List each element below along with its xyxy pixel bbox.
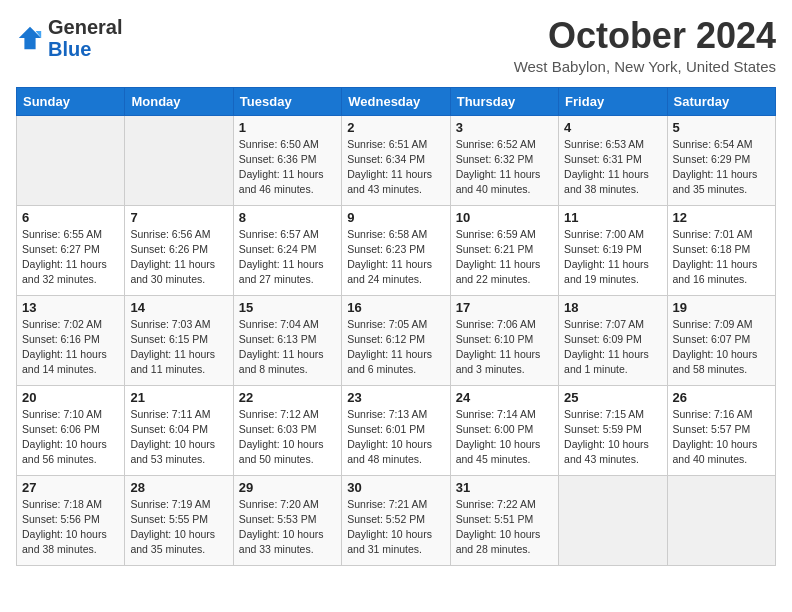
day-cell: 18Sunrise: 7:07 AM Sunset: 6:09 PM Dayli…: [559, 295, 667, 385]
day-cell: 28Sunrise: 7:19 AM Sunset: 5:55 PM Dayli…: [125, 475, 233, 565]
day-detail: Sunrise: 6:50 AM Sunset: 6:36 PM Dayligh…: [239, 137, 336, 198]
logo-blue-text: Blue: [48, 38, 91, 60]
day-cell: 14Sunrise: 7:03 AM Sunset: 6:15 PM Dayli…: [125, 295, 233, 385]
day-number: 25: [564, 390, 661, 405]
day-number: 6: [22, 210, 119, 225]
day-cell: 9Sunrise: 6:58 AM Sunset: 6:23 PM Daylig…: [342, 205, 450, 295]
day-number: 8: [239, 210, 336, 225]
day-number: 26: [673, 390, 770, 405]
day-detail: Sunrise: 7:10 AM Sunset: 6:06 PM Dayligh…: [22, 407, 119, 468]
day-detail: Sunrise: 7:04 AM Sunset: 6:13 PM Dayligh…: [239, 317, 336, 378]
day-detail: Sunrise: 6:58 AM Sunset: 6:23 PM Dayligh…: [347, 227, 444, 288]
day-cell: 23Sunrise: 7:13 AM Sunset: 6:01 PM Dayli…: [342, 385, 450, 475]
day-number: 14: [130, 300, 227, 315]
day-number: 17: [456, 300, 553, 315]
day-cell: 31Sunrise: 7:22 AM Sunset: 5:51 PM Dayli…: [450, 475, 558, 565]
day-cell: 5Sunrise: 6:54 AM Sunset: 6:29 PM Daylig…: [667, 115, 775, 205]
day-number: 4: [564, 120, 661, 135]
week-row-4: 20Sunrise: 7:10 AM Sunset: 6:06 PM Dayli…: [17, 385, 776, 475]
calendar-header: SundayMondayTuesdayWednesdayThursdayFrid…: [17, 87, 776, 115]
subtitle: West Babylon, New York, United States: [514, 58, 776, 75]
day-cell: 6Sunrise: 6:55 AM Sunset: 6:27 PM Daylig…: [17, 205, 125, 295]
header-cell-monday: Monday: [125, 87, 233, 115]
day-cell: 15Sunrise: 7:04 AM Sunset: 6:13 PM Dayli…: [233, 295, 341, 385]
header: General Blue October 2024 West Babylon, …: [16, 16, 776, 75]
header-cell-thursday: Thursday: [450, 87, 558, 115]
day-detail: Sunrise: 7:21 AM Sunset: 5:52 PM Dayligh…: [347, 497, 444, 558]
day-cell: 13Sunrise: 7:02 AM Sunset: 6:16 PM Dayli…: [17, 295, 125, 385]
logo-icon: [16, 24, 44, 52]
day-cell: 8Sunrise: 6:57 AM Sunset: 6:24 PM Daylig…: [233, 205, 341, 295]
header-cell-sunday: Sunday: [17, 87, 125, 115]
day-detail: Sunrise: 7:00 AM Sunset: 6:19 PM Dayligh…: [564, 227, 661, 288]
week-row-2: 6Sunrise: 6:55 AM Sunset: 6:27 PM Daylig…: [17, 205, 776, 295]
day-number: 2: [347, 120, 444, 135]
calendar-table: SundayMondayTuesdayWednesdayThursdayFrid…: [16, 87, 776, 566]
day-cell: 29Sunrise: 7:20 AM Sunset: 5:53 PM Dayli…: [233, 475, 341, 565]
day-number: 7: [130, 210, 227, 225]
day-detail: Sunrise: 7:03 AM Sunset: 6:15 PM Dayligh…: [130, 317, 227, 378]
day-detail: Sunrise: 7:14 AM Sunset: 6:00 PM Dayligh…: [456, 407, 553, 468]
day-number: 12: [673, 210, 770, 225]
day-cell: 12Sunrise: 7:01 AM Sunset: 6:18 PM Dayli…: [667, 205, 775, 295]
day-detail: Sunrise: 7:16 AM Sunset: 5:57 PM Dayligh…: [673, 407, 770, 468]
header-cell-wednesday: Wednesday: [342, 87, 450, 115]
day-cell: [17, 115, 125, 205]
day-detail: Sunrise: 6:52 AM Sunset: 6:32 PM Dayligh…: [456, 137, 553, 198]
day-detail: Sunrise: 6:55 AM Sunset: 6:27 PM Dayligh…: [22, 227, 119, 288]
day-number: 30: [347, 480, 444, 495]
day-number: 13: [22, 300, 119, 315]
day-cell: 30Sunrise: 7:21 AM Sunset: 5:52 PM Dayli…: [342, 475, 450, 565]
day-cell: 10Sunrise: 6:59 AM Sunset: 6:21 PM Dayli…: [450, 205, 558, 295]
day-number: 23: [347, 390, 444, 405]
day-number: 27: [22, 480, 119, 495]
day-detail: Sunrise: 6:57 AM Sunset: 6:24 PM Dayligh…: [239, 227, 336, 288]
day-number: 22: [239, 390, 336, 405]
day-cell: 4Sunrise: 6:53 AM Sunset: 6:31 PM Daylig…: [559, 115, 667, 205]
day-cell: 27Sunrise: 7:18 AM Sunset: 5:56 PM Dayli…: [17, 475, 125, 565]
day-detail: Sunrise: 7:19 AM Sunset: 5:55 PM Dayligh…: [130, 497, 227, 558]
day-cell: 25Sunrise: 7:15 AM Sunset: 5:59 PM Dayli…: [559, 385, 667, 475]
day-detail: Sunrise: 7:22 AM Sunset: 5:51 PM Dayligh…: [456, 497, 553, 558]
svg-marker-0: [19, 27, 41, 49]
day-detail: Sunrise: 6:51 AM Sunset: 6:34 PM Dayligh…: [347, 137, 444, 198]
day-cell: [667, 475, 775, 565]
title-area: October 2024 West Babylon, New York, Uni…: [514, 16, 776, 75]
day-number: 28: [130, 480, 227, 495]
day-cell: 26Sunrise: 7:16 AM Sunset: 5:57 PM Dayli…: [667, 385, 775, 475]
day-cell: 16Sunrise: 7:05 AM Sunset: 6:12 PM Dayli…: [342, 295, 450, 385]
day-cell: 7Sunrise: 6:56 AM Sunset: 6:26 PM Daylig…: [125, 205, 233, 295]
day-detail: Sunrise: 6:53 AM Sunset: 6:31 PM Dayligh…: [564, 137, 661, 198]
day-number: 19: [673, 300, 770, 315]
day-detail: Sunrise: 7:05 AM Sunset: 6:12 PM Dayligh…: [347, 317, 444, 378]
week-row-5: 27Sunrise: 7:18 AM Sunset: 5:56 PM Dayli…: [17, 475, 776, 565]
week-row-3: 13Sunrise: 7:02 AM Sunset: 6:16 PM Dayli…: [17, 295, 776, 385]
day-cell: 3Sunrise: 6:52 AM Sunset: 6:32 PM Daylig…: [450, 115, 558, 205]
day-number: 3: [456, 120, 553, 135]
day-cell: 21Sunrise: 7:11 AM Sunset: 6:04 PM Dayli…: [125, 385, 233, 475]
logo-general-text: General: [48, 16, 122, 38]
day-number: 20: [22, 390, 119, 405]
header-cell-saturday: Saturday: [667, 87, 775, 115]
day-detail: Sunrise: 6:59 AM Sunset: 6:21 PM Dayligh…: [456, 227, 553, 288]
day-cell: [559, 475, 667, 565]
day-number: 11: [564, 210, 661, 225]
day-detail: Sunrise: 7:13 AM Sunset: 6:01 PM Dayligh…: [347, 407, 444, 468]
day-number: 16: [347, 300, 444, 315]
day-cell: 22Sunrise: 7:12 AM Sunset: 6:03 PM Dayli…: [233, 385, 341, 475]
day-cell: 24Sunrise: 7:14 AM Sunset: 6:00 PM Dayli…: [450, 385, 558, 475]
day-cell: 17Sunrise: 7:06 AM Sunset: 6:10 PM Dayli…: [450, 295, 558, 385]
header-cell-friday: Friday: [559, 87, 667, 115]
day-number: 1: [239, 120, 336, 135]
header-row: SundayMondayTuesdayWednesdayThursdayFrid…: [17, 87, 776, 115]
day-number: 5: [673, 120, 770, 135]
day-detail: Sunrise: 7:06 AM Sunset: 6:10 PM Dayligh…: [456, 317, 553, 378]
month-title: October 2024: [514, 16, 776, 56]
day-detail: Sunrise: 7:18 AM Sunset: 5:56 PM Dayligh…: [22, 497, 119, 558]
day-number: 9: [347, 210, 444, 225]
day-cell: [125, 115, 233, 205]
day-number: 29: [239, 480, 336, 495]
day-number: 15: [239, 300, 336, 315]
day-detail: Sunrise: 7:09 AM Sunset: 6:07 PM Dayligh…: [673, 317, 770, 378]
day-cell: 20Sunrise: 7:10 AM Sunset: 6:06 PM Dayli…: [17, 385, 125, 475]
